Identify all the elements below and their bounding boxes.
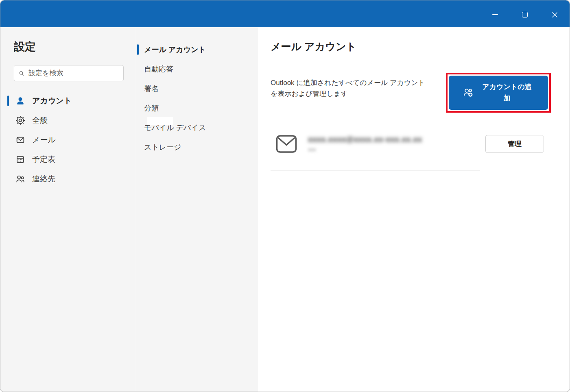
subnav-item-label: 自動応答	[144, 64, 173, 74]
subnav-item-auto-reply[interactable]: 自動応答	[136, 59, 258, 79]
subnav-item-storage[interactable]: ストレージ	[136, 137, 258, 157]
sidebar-item-label: 予定表	[32, 154, 55, 165]
sidebar-item-label: メール	[32, 135, 56, 145]
account-info: xxxx.xxxx@xxxx.xx-xxx.xx.xx xxx	[308, 135, 422, 152]
account-row: xxxx.xxxx@xxxx.xx-xxx.xx.xx xxx 管理	[271, 117, 544, 170]
sidebar-item-contacts[interactable]: 連絡先	[0, 169, 136, 189]
settings-sidebar: 設定 アカウント	[0, 27, 136, 392]
minimize-icon	[492, 14, 498, 15]
minimize-button[interactable]	[486, 7, 504, 22]
mail-accounts-panel: メール アカウント Outlook に追加されたすべてのメール アカウント を表…	[258, 27, 570, 392]
selected-indicator	[137, 44, 139, 55]
subnav-item-label: 分類	[144, 103, 159, 113]
accounts-description: Outlook に追加されたすべてのメール アカウント を表示および管理します	[271, 77, 425, 99]
settings-title: 設定	[14, 39, 136, 54]
subnav-item-categories[interactable]: 分類	[136, 98, 258, 118]
gear-icon	[16, 116, 25, 125]
sidebar-item-label: 全般	[32, 115, 48, 126]
settings-search[interactable]	[14, 65, 124, 81]
description-line-2: を表示および管理します	[271, 90, 348, 98]
account-type-redacted: xxx	[308, 146, 422, 152]
manage-button[interactable]: 管理	[485, 135, 544, 153]
maximize-icon	[522, 12, 528, 17]
subnav-item-signature[interactable]: 署名	[136, 79, 258, 98]
people-icon	[16, 174, 25, 183]
titlebar	[0, 0, 570, 27]
mail-icon	[16, 135, 25, 144]
close-icon	[551, 11, 558, 18]
selected-indicator	[7, 96, 9, 106]
sidebar-item-account[interactable]: アカウント	[0, 91, 136, 111]
window-controls	[486, 7, 564, 22]
close-button[interactable]	[545, 7, 564, 22]
outlook-settings-window: 設定 アカウント	[0, 0, 570, 392]
annotation-highlight-red-box: アカウントの追加	[446, 73, 551, 113]
subnav-item-label: 署名	[144, 84, 159, 94]
description-line-1: Outlook に追加されたすべてのメール アカウント	[271, 79, 425, 87]
sidebar-item-label: 連絡先	[32, 174, 55, 184]
maximize-button[interactable]	[515, 7, 534, 22]
person-add-icon	[463, 88, 474, 98]
sidebar-item-general[interactable]: 全般	[0, 111, 136, 130]
calendar-icon	[16, 155, 25, 164]
sidebar-item-calendar[interactable]: 予定表	[0, 150, 136, 169]
accounts-header-row: Outlook に追加されたすべてのメール アカウント を表示および管理します	[271, 66, 551, 113]
account-email-redacted: xxxx.xxxx@xxxx.xx-xxx.xx.xx	[308, 135, 422, 144]
subnav-item-mail-accounts[interactable]: メール アカウント	[136, 40, 258, 59]
add-account-button[interactable]: アカウントの追加	[449, 76, 548, 110]
subnav-item-label: メール アカウント	[144, 45, 206, 54]
search-input[interactable]	[28, 69, 119, 78]
page-title: メール アカウント	[271, 39, 570, 53]
sidebar-item-label: アカウント	[32, 96, 72, 106]
sidebar-nav: アカウント	[0, 91, 136, 189]
add-account-button-label: アカウントの追加	[480, 81, 534, 104]
divider	[271, 170, 480, 171]
search-icon	[19, 70, 24, 77]
subnav-item-label: ストレージ	[144, 142, 181, 152]
account-settings-subnav: メール アカウント 自動応答 署名 分類 モバイル デバイス ストレージ	[136, 27, 258, 392]
sidebar-item-mail[interactable]: メール	[0, 130, 136, 150]
person-icon	[16, 96, 25, 105]
mail-account-icon	[276, 134, 297, 154]
redaction-overlay	[147, 117, 173, 125]
